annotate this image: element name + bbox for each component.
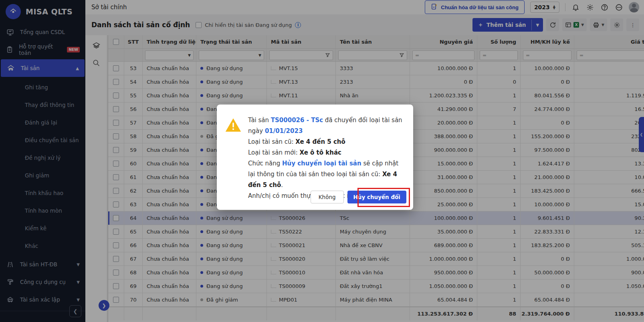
asset-link[interactable]: TS000026 - TSc <box>271 117 323 124</box>
no-button[interactable]: Không <box>311 191 344 203</box>
cancel-transfer-link[interactable]: Hủy chuyển loại tài sản <box>282 160 361 167</box>
warning-icon <box>225 117 242 201</box>
dialog-message: Tài sản TS000026 - TSc đã chuyển đổi loạ… <box>248 115 405 201</box>
confirm-dialog: Tài sản TS000026 - TSc đã chuyển đổi loạ… <box>217 105 413 210</box>
confirm-cancel-transfer-button[interactable]: Hủy chuyển đổi <box>347 191 406 203</box>
date-link[interactable]: 01/01/2023 <box>265 127 303 135</box>
app-window: MISA QLTS Tổng quan CSDL Hỗ trợ quyết to… <box>0 0 644 322</box>
